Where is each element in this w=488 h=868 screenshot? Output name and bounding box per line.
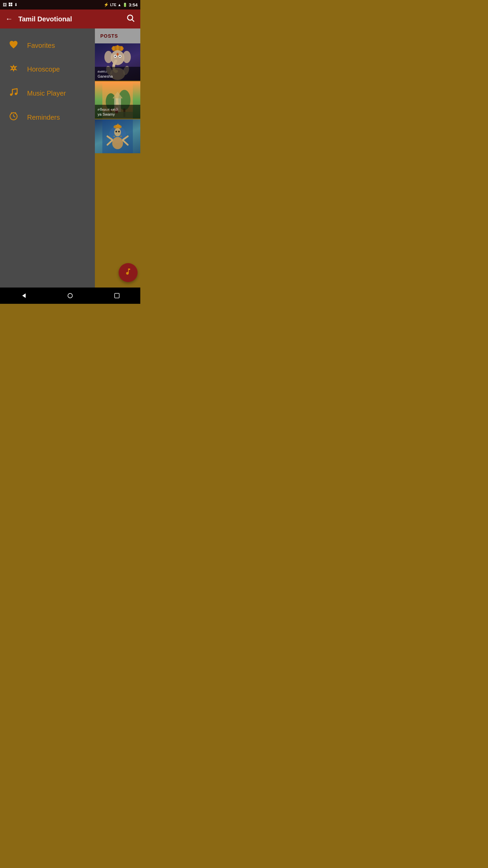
svg-rect-22 (113, 46, 115, 51)
svg-line-13 (13, 89, 17, 90)
image-icon: 🖼 (3, 2, 7, 7)
posts-header: POSTS (95, 28, 140, 43)
navigation-bar (0, 288, 140, 304)
svg-point-54 (116, 131, 117, 133)
sidebar-item-music-player[interactable]: Music Player (0, 81, 95, 105)
svg-point-61 (114, 136, 115, 137)
horoscope-icon (8, 63, 19, 75)
svg-point-53 (114, 128, 121, 136)
toolbar-title: Tamil Devotional (18, 15, 126, 23)
time-display: 3:54 (129, 2, 138, 7)
svg-point-62 (120, 136, 122, 137)
svg-rect-3 (11, 4, 13, 6)
nav-home-button[interactable] (62, 288, 78, 304)
signal-icon: ▲ (118, 3, 121, 7)
svg-point-30 (115, 56, 116, 57)
fab-music-icon (124, 268, 132, 278)
reminders-icon (8, 112, 19, 123)
favorites-label: Favorites (27, 42, 55, 50)
post-item-ganesha[interactable]: கணப Ganesha (95, 43, 140, 81)
sidebar-item-favorites[interactable]: Favorites (0, 34, 95, 57)
navigation-drawer: Favorites Horoscope (0, 28, 95, 288)
reminders-label: Reminders (27, 114, 60, 121)
notification-icon (8, 2, 13, 8)
horoscope-label: Horoscope (27, 65, 60, 73)
ganesha-caption-english: Ganesha (98, 74, 138, 79)
svg-point-56 (112, 137, 123, 149)
post-item-temple[interactable]: சஷேயா வாமி ya Swamy (95, 81, 140, 119)
svg-line-19 (11, 112, 12, 113)
music-icon (8, 87, 19, 99)
svg-marker-63 (22, 293, 26, 298)
svg-line-5 (132, 20, 134, 22)
swamy-caption-english: ya Swamy (98, 112, 138, 117)
ganesha-caption: கணப Ganesha (95, 67, 140, 81)
posts-panel: POSTS (95, 28, 140, 288)
svg-rect-0 (9, 2, 11, 4)
svg-point-26 (104, 51, 113, 63)
goddess-image (95, 119, 140, 153)
svg-rect-24 (121, 46, 123, 51)
svg-rect-2 (9, 4, 11, 6)
svg-rect-52 (119, 125, 120, 127)
svg-point-25 (111, 50, 124, 65)
nav-back-button[interactable] (15, 288, 32, 304)
svg-rect-1 (11, 2, 13, 4)
back-button[interactable]: ← (5, 15, 13, 23)
svg-rect-50 (116, 125, 117, 127)
svg-line-18 (14, 116, 15, 117)
lte-icon: LTE (110, 3, 116, 7)
status-bar: 🖼 ⬇ ⚡ LTE ▲ 🔋 3:54 (0, 0, 140, 9)
toolbar: ← Tamil Devotional (0, 9, 140, 28)
ganesha-caption-tamil: கணப (98, 69, 138, 74)
sidebar-item-reminders[interactable]: Reminders (0, 105, 95, 130)
svg-point-31 (119, 56, 121, 57)
music-fab-button[interactable] (119, 263, 138, 282)
svg-rect-51 (117, 124, 119, 127)
svg-line-20 (15, 112, 16, 113)
download-icon: ⬇ (14, 2, 18, 7)
posts-scroll[interactable]: கணப Ganesha (95, 43, 140, 288)
svg-rect-23 (117, 45, 119, 51)
svg-point-4 (127, 15, 133, 20)
battery-icon: 🔋 (123, 3, 127, 7)
swamy-caption-tamil: சஷேயா வாமி (98, 107, 138, 112)
svg-point-64 (68, 293, 72, 298)
post-item-goddess[interactable] (95, 119, 140, 153)
search-button[interactable] (126, 14, 135, 24)
status-left-icons: 🖼 ⬇ (3, 2, 18, 8)
content-area: Favorites Horoscope (0, 28, 140, 288)
bluetooth-icon: ⚡ (104, 2, 109, 7)
heart-icon (8, 40, 19, 51)
status-right-icons: ⚡ LTE ▲ 🔋 3:54 (104, 2, 138, 7)
svg-point-55 (118, 131, 120, 133)
nav-recents-button[interactable] (109, 288, 125, 304)
swamy-caption: சஷேயா வாமி ya Swamy (95, 105, 140, 119)
music-player-label: Music Player (27, 90, 66, 97)
svg-point-35 (117, 53, 119, 56)
svg-point-27 (123, 51, 131, 63)
svg-point-6 (13, 67, 15, 69)
svg-rect-65 (115, 293, 119, 298)
sidebar-item-horoscope[interactable]: Horoscope (0, 57, 95, 81)
